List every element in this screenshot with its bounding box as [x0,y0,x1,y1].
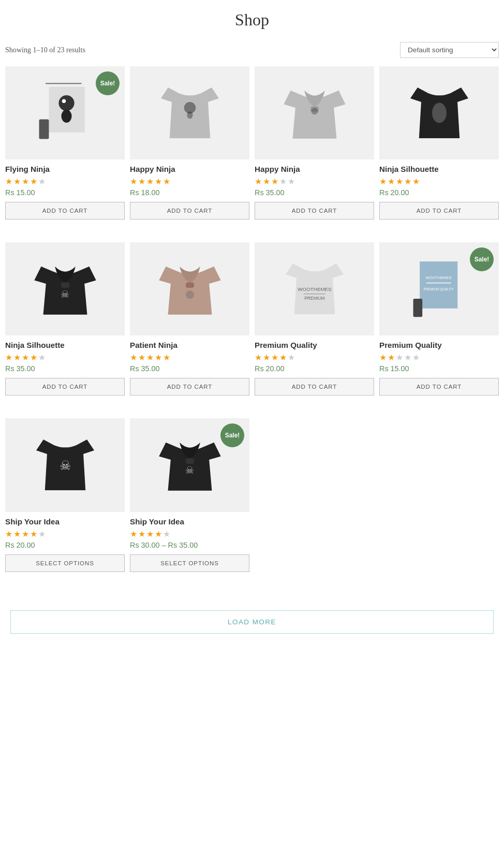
star-empty: ★ [163,529,170,539]
star-rating: ★★★★★ [5,529,125,539]
svg-text:WOOTHEMES: WOOTHEMES [425,275,451,280]
product-price: Rs 35.00 [255,188,374,197]
product-card: WOOTHEMES PREMIUM QUALITY Sale! Premium … [379,242,499,408]
add-to-cart-button[interactable]: ADD TO CART [255,202,374,219]
product-image[interactable] [130,242,249,335]
product-info: Happy Ninja ★★★★★ Rs 18.00 ADD TO CART [130,159,249,219]
star-filled: ★ [13,353,21,362]
sale-badge: Sale! [96,71,120,95]
shop-meta: Showing 1–10 of 23 results Default sorti… [5,42,499,58]
product-info: Premium Quality ★★★★★ Rs 20.00 ADD TO CA… [255,335,374,396]
product-image[interactable] [130,66,249,159]
product-name: Ship Your Idea [5,517,125,526]
product-card: Patient Ninja ★★★★★ Rs 35.00 ADD TO CART [130,242,249,408]
product-image[interactable]: ☠ Sale! [130,418,249,511]
product-name: Premium Quality [255,341,374,349]
product-info: Patient Ninja ★★★★★ Rs 35.00 ADD TO CART [130,335,249,396]
star-filled: ★ [138,353,145,362]
product-info: Ninja Silhouette ★★★★★ Rs 20.00 ADD TO C… [379,159,499,219]
select-options-button[interactable]: SELECT OPTIONS [130,554,249,572]
star-filled: ★ [263,177,270,186]
svg-rect-22 [413,299,422,317]
add-to-cart-button[interactable]: ADD TO CART [255,378,374,396]
star-filled: ★ [263,353,270,362]
star-empty: ★ [38,177,46,186]
star-rating: ★★★★★ [379,177,499,186]
star-filled: ★ [22,177,29,186]
product-price: Rs 35.00 [130,364,249,373]
star-empty: ★ [412,353,420,362]
add-to-cart-button[interactable]: ADD TO CART [5,378,125,396]
star-filled: ★ [255,353,262,362]
star-filled: ★ [138,529,145,539]
star-filled: ★ [30,529,37,539]
product-info: Ship Your Idea ★★★★★ Rs 30.00 – Rs 35.00… [130,512,249,572]
svg-rect-24 [186,459,194,464]
product-name: Premium Quality [379,341,499,349]
product-name: Ship Your Idea [130,517,249,526]
product-name: Ninja Silhouette [5,341,125,349]
star-filled: ★ [146,353,154,362]
product-name: Ninja Silhouette [379,165,499,173]
svg-text:PREMIUM QUALITY: PREMIUM QUALITY [423,287,454,291]
product-price: Rs 20.00 [379,188,499,197]
product-image[interactable] [379,66,499,159]
svg-point-7 [187,111,192,119]
star-filled: ★ [396,177,403,186]
svg-text:PREMIUM: PREMIUM [304,296,325,301]
product-image[interactable] [255,66,374,159]
star-filled: ★ [146,177,154,186]
star-filled: ★ [379,353,387,362]
result-count: Showing 1–10 of 23 results [5,46,85,54]
svg-rect-5 [39,120,49,139]
star-rating: ★★★★★ [255,353,374,362]
add-to-cart-button[interactable]: ADD TO CART [379,202,499,219]
add-to-cart-button[interactable]: ADD TO CART [130,202,249,219]
product-card: Ninja Silhouette ★★★★★ Rs 20.00 ADD TO C… [379,66,499,232]
star-empty: ★ [404,353,411,362]
star-filled: ★ [412,177,420,186]
svg-rect-13 [186,283,194,288]
svg-rect-20 [426,283,451,284]
svg-point-9 [311,108,318,114]
svg-rect-11 [61,283,69,288]
star-rating: ★★★★★ [5,353,125,362]
star-filled: ★ [13,529,21,539]
product-image[interactable]: ☠ [5,418,125,511]
product-image[interactable]: WOOTHEMES PREMIUM QUALITY Sale! [379,242,499,335]
star-filled: ★ [30,177,37,186]
add-to-cart-button[interactable]: ADD TO CART [130,378,249,396]
product-image[interactable]: ☠ [5,242,125,335]
star-empty: ★ [279,177,287,186]
star-filled: ★ [155,177,162,186]
star-filled: ★ [138,177,145,186]
product-name: Flying Ninja [5,165,125,173]
star-filled: ★ [130,529,137,539]
star-filled: ★ [22,353,29,362]
star-rating: ★★★★★ [130,529,249,539]
product-image[interactable]: Sale! [5,66,125,159]
product-card: ☠ Sale! Ship Your Idea ★★★★★ Rs 30.00 – … [130,418,249,584]
add-to-cart-button[interactable]: ADD TO CART [5,202,125,219]
sort-select[interactable]: Default sortingSort by popularitySort by… [400,42,499,58]
product-name: Happy Ninja [130,165,249,173]
product-info: Premium Quality ★★★★★ Rs 15.00 ADD TO CA… [379,335,499,396]
star-filled: ★ [155,353,162,362]
star-filled: ★ [279,353,287,362]
page-title: Shop [5,10,499,30]
star-rating: ★★★★★ [130,177,249,186]
product-image[interactable]: WOOTHEMES PREMIUM [255,242,374,335]
star-filled: ★ [30,353,37,362]
star-filled: ★ [13,177,21,186]
svg-point-1 [58,95,74,111]
load-more-button[interactable]: LOAD MORE [10,610,494,634]
star-filled: ★ [5,177,12,186]
product-card: Sale! Flying Ninja ★★★★★ Rs 15.00 ADD TO… [5,66,125,232]
select-options-button[interactable]: SELECT OPTIONS [5,554,125,572]
product-card: Happy Ninja ★★★★★ Rs 35.00 ADD TO CART [255,66,374,232]
star-filled: ★ [404,177,411,186]
add-to-cart-button[interactable]: ADD TO CART [379,378,499,396]
star-filled: ★ [271,353,278,362]
product-price: Rs 20.00 [5,541,125,549]
sale-badge: Sale! [470,247,494,271]
